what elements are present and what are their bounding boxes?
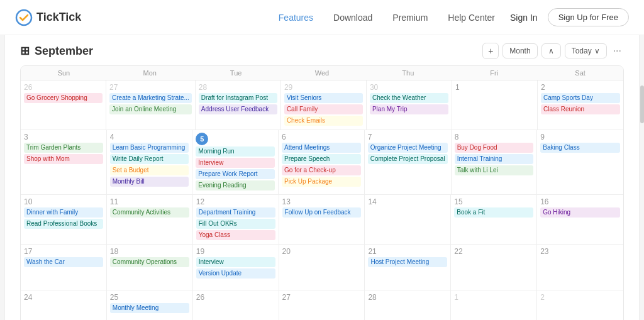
calendar-event[interactable]: Go Hiking bbox=[540, 207, 620, 218]
calendar-event[interactable]: Create a Marketing Strate... bbox=[109, 93, 192, 103]
calendar-event[interactable]: Read Professional Books bbox=[24, 219, 103, 229]
calendar-cell[interactable]: 5Morning RunInterviewPrepare Work Report… bbox=[192, 130, 279, 194]
calendar-cell[interactable]: 25Monthly Meeting bbox=[107, 290, 193, 320]
date-number: 17 bbox=[24, 247, 103, 256]
calendar-cell[interactable]: 28Draft for Instagram PostAddress User F… bbox=[196, 80, 281, 130]
calendar-cell[interactable]: 30Check the WeatherPlan My Trip bbox=[367, 80, 452, 130]
calendar-event[interactable]: Department Training bbox=[196, 207, 275, 218]
calendar-event[interactable]: Follow Up on Feedback bbox=[282, 207, 362, 218]
calendar-cell[interactable]: 1 bbox=[452, 80, 538, 130]
calendar-event[interactable]: Pick Up Package bbox=[282, 177, 361, 187]
calendar-event[interactable]: Check Emails bbox=[284, 116, 363, 126]
calendar-event[interactable]: Check the Weather bbox=[370, 93, 448, 103]
scrollbar-right[interactable] bbox=[639, 35, 644, 320]
nav-download[interactable]: Download bbox=[333, 13, 372, 23]
calendar-event[interactable]: Address User Feedback bbox=[199, 104, 277, 114]
calendar-cell[interactable]: 26 bbox=[193, 290, 279, 320]
calendar-event[interactable]: Community Operations bbox=[110, 257, 189, 267]
month-view-button[interactable]: Month bbox=[502, 43, 537, 58]
more-options-button[interactable]: ··· bbox=[611, 44, 624, 58]
calendar-cell[interactable]: 27 bbox=[279, 290, 365, 320]
calendar-event[interactable]: Monthly Meeting bbox=[110, 303, 189, 313]
calendar-cell[interactable]: 19InterviewVersion Update bbox=[193, 245, 279, 290]
calendar-event[interactable]: Prepare Work Report bbox=[196, 169, 275, 179]
calendar-event[interactable]: Visit Seniors bbox=[284, 93, 363, 103]
calendar-cell[interactable]: 23 bbox=[537, 245, 623, 290]
calendar-event[interactable]: Fill Out OKRs bbox=[196, 219, 275, 229]
nav-help-center[interactable]: Help Center bbox=[448, 13, 495, 23]
calendar-cell[interactable]: 24 bbox=[21, 290, 107, 320]
calendar-cell[interactable]: 1 bbox=[451, 290, 537, 320]
logo[interactable]: TickTick bbox=[15, 9, 81, 26]
signup-button[interactable]: Sign Up for Free bbox=[548, 8, 629, 26]
calendar-event[interactable]: Call Family bbox=[284, 104, 363, 114]
calendar-event[interactable]: Prepare Speech bbox=[282, 154, 361, 164]
calendar-cell[interactable]: 21Host Project Meeting bbox=[365, 245, 451, 290]
add-event-button[interactable]: + bbox=[482, 43, 499, 59]
calendar-cell[interactable]: 11Community Activities bbox=[107, 195, 193, 244]
calendar-event[interactable]: Host Project Meeting bbox=[368, 257, 447, 267]
calendar-cell[interactable]: 2 bbox=[537, 290, 623, 320]
calendar-event[interactable]: Draft for Instagram Post bbox=[199, 93, 277, 103]
calendar-cell[interactable]: 27Create a Marketing Strate...Join an On… bbox=[106, 80, 196, 130]
calendar-event[interactable]: Internal Training bbox=[455, 154, 534, 164]
calendar-cell[interactable]: 26Go Grocery Shopping bbox=[21, 80, 106, 130]
calendar-event[interactable]: Go for a Check-up bbox=[282, 165, 361, 175]
date-number: 30 bbox=[370, 83, 448, 92]
nav-features[interactable]: Features bbox=[279, 13, 313, 23]
calendar-event[interactable]: Buy Dog Food bbox=[455, 143, 534, 153]
calendar-cell[interactable]: 16Go Hiking bbox=[537, 195, 623, 244]
calendar-cell[interactable]: 17Wash the Car bbox=[21, 245, 107, 290]
calendar-event[interactable]: Set a Budget bbox=[110, 165, 189, 175]
calendar-event[interactable]: Write Daily Report bbox=[110, 154, 189, 164]
calendar-event[interactable]: Baking Class bbox=[540, 143, 620, 153]
calendar-cell[interactable]: 29Visit SeniorsCall FamilyCheck Emails bbox=[281, 80, 367, 130]
calendar-cell[interactable]: 3Trim Garden PlantsShop with Mom bbox=[21, 130, 107, 194]
nav-premium[interactable]: Premium bbox=[392, 13, 428, 23]
calendar-event[interactable]: Monthly Bill bbox=[110, 177, 189, 187]
calendar-event[interactable]: Shop with Mom bbox=[24, 154, 103, 164]
date-number: 9 bbox=[540, 133, 620, 141]
calendar-cell[interactable]: 13Follow Up on Feedback bbox=[279, 195, 365, 244]
calendar-event[interactable]: Community Activities bbox=[110, 207, 189, 218]
calendar-event[interactable]: Talk with Li Lei bbox=[455, 165, 534, 175]
calendar-cell[interactable]: 8Buy Dog FoodInternal TrainingTalk with … bbox=[452, 130, 538, 194]
calendar-cell[interactable]: 4Learn Basic ProgrammingWrite Daily Repo… bbox=[107, 130, 193, 194]
calendar-event[interactable]: Trim Garden Plants bbox=[24, 143, 103, 153]
calendar-event[interactable]: Organize Project Meeting bbox=[368, 143, 448, 153]
calendar-cell[interactable]: 18Community Operations bbox=[107, 245, 193, 290]
calendar-event[interactable]: Wash the Car bbox=[24, 257, 103, 267]
prev-button[interactable]: ∧ bbox=[541, 43, 561, 58]
calendar-cell[interactable]: 6Attend MeetingsPrepare SpeechGo for a C… bbox=[279, 130, 365, 194]
calendar-event[interactable]: Go Grocery Shopping bbox=[24, 93, 103, 103]
calendar-event[interactable]: Dinner with Family bbox=[24, 207, 103, 218]
calendar-cell[interactable]: 9Baking Class bbox=[537, 130, 623, 194]
signin-link[interactable]: Sign In bbox=[510, 13, 538, 23]
calendar-controls: + Month ∧ Today ∨ ··· bbox=[482, 43, 624, 59]
calendar-event[interactable]: Version Update bbox=[196, 268, 275, 279]
calendar-cell[interactable]: 22 bbox=[451, 245, 537, 290]
calendar-cell[interactable]: 12Department TrainingFill Out OKRsYoga C… bbox=[193, 195, 279, 244]
calendar-event[interactable]: Interview bbox=[196, 257, 275, 267]
calendar-event[interactable]: Camp Sports Day bbox=[541, 93, 620, 103]
calendar-event[interactable]: Evening Reading bbox=[196, 180, 275, 190]
calendar-cell[interactable]: 15Book a Fit bbox=[451, 195, 537, 244]
calendar-cell[interactable]: 14 bbox=[365, 195, 451, 244]
calendar-event[interactable]: Morning Run bbox=[196, 146, 275, 157]
calendar-event[interactable]: Complete Project Proposal bbox=[368, 154, 448, 164]
calendar-cell[interactable]: 10Dinner with FamilyRead Professional Bo… bbox=[21, 195, 107, 244]
calendar-event[interactable]: Learn Basic Programming bbox=[110, 143, 189, 153]
calendar-event[interactable]: Class Reunion bbox=[541, 104, 620, 114]
calendar-cell[interactable]: 7Organize Project MeetingComplete Projec… bbox=[365, 130, 452, 194]
today-button[interactable]: Today ∨ bbox=[565, 43, 607, 58]
calendar-cell[interactable]: 20 bbox=[279, 245, 365, 290]
calendar-cell[interactable]: 2Camp Sports DayClass Reunion bbox=[538, 80, 623, 130]
date-number: 28 bbox=[199, 83, 277, 92]
calendar-event[interactable]: Book a Fit bbox=[454, 207, 533, 218]
calendar-cell[interactable]: 28 bbox=[365, 290, 451, 320]
calendar-event[interactable]: Plan My Trip bbox=[370, 104, 448, 114]
calendar-event[interactable]: Attend Meetings bbox=[282, 143, 361, 153]
calendar-event[interactable]: Yoga Class bbox=[196, 230, 275, 240]
calendar-event[interactable]: Interview bbox=[196, 158, 275, 168]
calendar-event[interactable]: Join an Online Meeting bbox=[109, 104, 192, 114]
